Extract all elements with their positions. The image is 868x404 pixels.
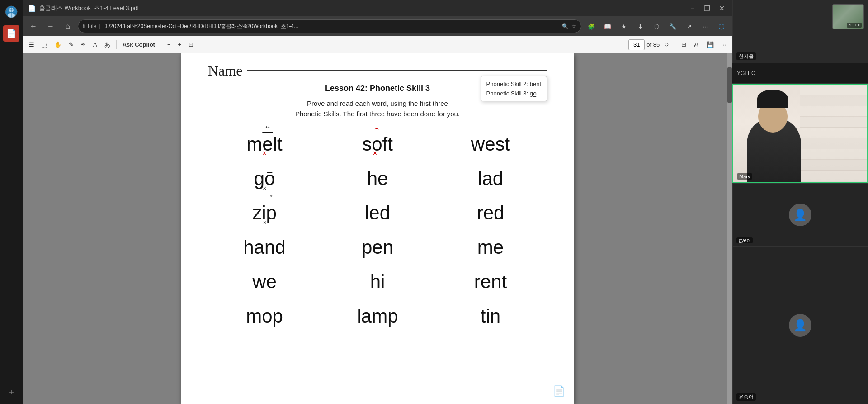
pdf-content-area: Phonetic Skill 2: bent Phonetic Skill 3:… — [23, 53, 732, 404]
participant-label-gyeol: gyeol — [736, 237, 753, 243]
dropdown-item-1[interactable]: Phonetic Skill 2: bent — [486, 79, 541, 89]
word-cell-we: we — [208, 266, 321, 298]
video-placeholder-gyeol: 👤 — [733, 184, 868, 246]
word-cell-zip: zip* × — [208, 197, 321, 229]
pdf-page: Phonetic Skill 2: bent Phonetic Skill 3:… — [181, 53, 574, 404]
word-hi: hi — [370, 271, 385, 292]
video-bg-mary — [733, 85, 867, 182]
edge-icon[interactable]: ⬡ — [714, 19, 729, 33]
extensions-button[interactable]: 🧩 — [584, 19, 599, 33]
browser-window: 📄 홈클래스 Workbook_초1-4 Level 3.pdf − ❐ ✕ ←… — [23, 0, 732, 404]
close-button[interactable]: ✕ — [716, 3, 727, 14]
word-cell-mop: mop — [208, 300, 321, 333]
share-button[interactable]: ↗ — [682, 19, 696, 33]
sidebar-toggle[interactable]: ☰ — [26, 38, 37, 51]
dropdown-item-2[interactable]: Phonetic Skill 3: go̲ — [486, 89, 541, 98]
tools-button[interactable]: 🔧 — [665, 19, 680, 33]
page-controls: of 85 ↺ ⊟ 🖨 💾 ··· — [628, 38, 729, 51]
word-cell-hi: hi — [321, 266, 434, 298]
word-cell-led: led — [321, 197, 434, 229]
rotate-button[interactable]: ↺ — [661, 38, 672, 51]
dropdown-menu: Phonetic Skill 2: bent Phonetic Skill 3:… — [481, 76, 547, 101]
sidebar-icon-pdf[interactable]: 📄 — [3, 25, 19, 42]
print-button[interactable]: 🖨 — [691, 38, 702, 51]
word-we: we — [252, 271, 277, 292]
participant-label-hanjiyul: 한지율 — [736, 52, 756, 60]
word-tin: tin — [481, 305, 500, 327]
self-view: YGLEC — [832, 4, 864, 29]
word-grid: me**lt × so⌢ft × west gō — [208, 128, 547, 333]
word-rent: rent — [474, 271, 507, 292]
more-button[interactable]: ··· — [698, 19, 712, 33]
word-red: red — [477, 202, 505, 223]
favorites-button[interactable]: ★ — [617, 19, 631, 33]
avatar-yunsungo: 👤 — [789, 314, 811, 337]
save-button[interactable]: 💾 — [704, 38, 717, 51]
sidebar-icon-add[interactable]: + — [3, 384, 19, 400]
ask-copilot-button[interactable]: Ask Copilot — [120, 38, 158, 51]
toolbar-sep-3 — [675, 40, 675, 49]
home-button[interactable]: ⌂ — [61, 19, 75, 33]
hand-tool[interactable]: ✋ — [52, 38, 64, 51]
word-cell-pen: pen — [321, 231, 434, 264]
file-label: File — [88, 23, 96, 29]
reader-button[interactable]: 📖 — [600, 19, 615, 33]
pdf-icon: 📄 — [28, 5, 36, 12]
toolbar-sep-1 — [116, 40, 117, 49]
restore-button[interactable]: ❐ — [702, 3, 712, 14]
draw-tool[interactable]: ✒ — [78, 38, 89, 51]
word-lad: lad — [478, 168, 503, 189]
page-number-input[interactable] — [628, 39, 645, 50]
word-mop: mop — [246, 305, 283, 327]
info-icon: ℹ — [83, 23, 85, 29]
word-cell-lad: lad — [434, 162, 547, 195]
forward-button[interactable]: → — [43, 19, 58, 33]
word-cell-red: red — [434, 197, 547, 229]
video-panel-yunsungo: 👤 윤승어 — [732, 247, 868, 404]
word-pen: pen — [362, 237, 393, 258]
search-icon[interactable]: 🔍 — [562, 23, 569, 29]
avatar-gyeol: 👤 — [789, 204, 811, 226]
title-bar: 📄 홈클래스 Workbook_초1-4 Level 3.pdf − ❐ ✕ — [23, 0, 732, 16]
word-cell-he: he — [321, 162, 434, 195]
collections-button[interactable]: ⬡ — [649, 19, 664, 33]
zoom-out-button[interactable]: − — [165, 38, 174, 51]
address-bar[interactable]: ℹ File | D:/2024/Fall%20Semester-Oct~Dec… — [78, 19, 581, 33]
word-cell-lamp: lamp — [321, 300, 434, 333]
right-sidebar: YGLEC 한지율 YGLEC — [732, 0, 868, 404]
yglec-label: YGLEC — [737, 70, 755, 76]
participant-label-yunsungo: 윤승어 — [736, 393, 756, 401]
select-tool[interactable]: ⬚ — [39, 38, 50, 51]
word-west: west — [471, 133, 510, 155]
word-cell-go: gō × — [208, 162, 321, 195]
back-button[interactable]: ← — [26, 19, 41, 33]
ruby-tool[interactable]: あ — [102, 38, 113, 51]
word-cell-rent: rent — [434, 266, 547, 298]
star-icon[interactable]: ☆ — [571, 23, 576, 29]
downloads-button[interactable]: ⬇ — [633, 19, 647, 33]
word-cell-soft: so⌢ft × — [321, 128, 434, 161]
pdf-view-button[interactable]: ⊟ — [679, 38, 689, 51]
word-me: me — [477, 237, 504, 258]
sidebar-icon-avatar[interactable] — [3, 4, 19, 20]
minimize-button[interactable]: − — [687, 3, 698, 14]
word-cell-hand: hand — [208, 231, 321, 264]
page-of-label: of 85 — [646, 41, 660, 48]
more-tools-button[interactable]: ··· — [718, 38, 729, 51]
scrollbar-vertical[interactable] — [727, 53, 732, 404]
word-cell-melt: me**lt × — [208, 128, 321, 161]
highlight-tool[interactable]: ✎ — [66, 38, 76, 51]
zoom-in-button[interactable]: + — [175, 38, 184, 51]
word-go: gō × — [254, 168, 275, 190]
video-panel-gyeol: 👤 gyeol — [732, 183, 868, 247]
pdf-footer-icon: 📄 — [553, 385, 565, 397]
name-underline — [247, 70, 547, 71]
text-tool[interactable]: A — [90, 38, 100, 51]
word-melt: me**lt × — [246, 133, 282, 155]
toolbar-sep-2 — [161, 40, 161, 49]
name-label: Name — [208, 62, 242, 79]
video-panel-mary: Mary — [732, 84, 868, 183]
scrollbar-thumb[interactable] — [727, 67, 732, 103]
fit-page-button[interactable]: ⊡ — [186, 38, 196, 51]
participant-label-mary: Mary — [737, 173, 752, 180]
